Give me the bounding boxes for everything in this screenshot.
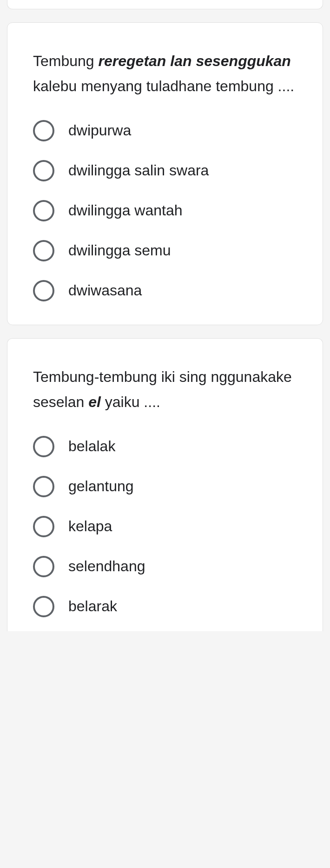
option-label: gelantung: [68, 478, 134, 495]
question-card-2: Tembung-tembung iki sing nggunakake sese…: [7, 338, 323, 631]
prompt-suffix: yaiku ....: [101, 394, 160, 410]
option-label: dwilingga semu: [68, 242, 171, 259]
radio-icon: [33, 596, 54, 617]
radio-icon: [33, 240, 54, 261]
previous-card-edge: [7, 0, 323, 9]
option-label: dwipurwa: [68, 122, 131, 139]
option-radio[interactable]: selendhang: [33, 556, 297, 577]
option-label: dwilingga salin swara: [68, 162, 209, 179]
radio-icon: [33, 200, 54, 221]
option-radio[interactable]: gelantung: [33, 476, 297, 497]
options-list-1: dwipurwa dwilingga salin swara dwilingga…: [33, 120, 297, 301]
radio-icon: [33, 556, 54, 577]
option-radio[interactable]: dwilingga wantah: [33, 200, 297, 221]
prompt-bold: reregetan lan sesenggukan: [99, 53, 291, 69]
radio-icon: [33, 476, 54, 497]
option-radio[interactable]: dwilingga salin swara: [33, 160, 297, 181]
option-label: belalak: [68, 438, 115, 455]
radio-icon: [33, 516, 54, 537]
option-label: dwiwasana: [68, 282, 142, 299]
radio-icon: [33, 120, 54, 141]
option-label: belarak: [68, 598, 117, 615]
prompt-bold: el: [88, 394, 101, 410]
question-prompt-1: Tembung reregetan lan sesenggukan kalebu…: [33, 48, 297, 99]
question-prompt-2: Tembung-tembung iki sing nggunakake sese…: [33, 364, 297, 415]
option-radio[interactable]: dwilingga semu: [33, 240, 297, 261]
option-label: dwilingga wantah: [68, 202, 183, 219]
prompt-suffix-2: kalebu menyang tuladhane tembung ....: [33, 78, 294, 94]
option-radio[interactable]: belarak: [33, 596, 297, 617]
option-label: selendhang: [68, 558, 145, 575]
question-card-1: Tembung reregetan lan sesenggukan kalebu…: [7, 22, 323, 325]
option-radio[interactable]: dwiwasana: [33, 280, 297, 301]
radio-icon: [33, 280, 54, 301]
option-radio[interactable]: kelapa: [33, 516, 297, 537]
radio-icon: [33, 160, 54, 181]
option-label: kelapa: [68, 518, 112, 535]
option-radio[interactable]: dwipurwa: [33, 120, 297, 141]
prompt-prefix: Tembung: [33, 53, 99, 69]
radio-icon: [33, 436, 54, 457]
prompt-prefix: Tembung-tembung iki sing nggunakake sese…: [33, 368, 292, 410]
option-radio[interactable]: belalak: [33, 436, 297, 457]
options-list-2: belalak gelantung kelapa selendhang bela…: [33, 436, 297, 617]
